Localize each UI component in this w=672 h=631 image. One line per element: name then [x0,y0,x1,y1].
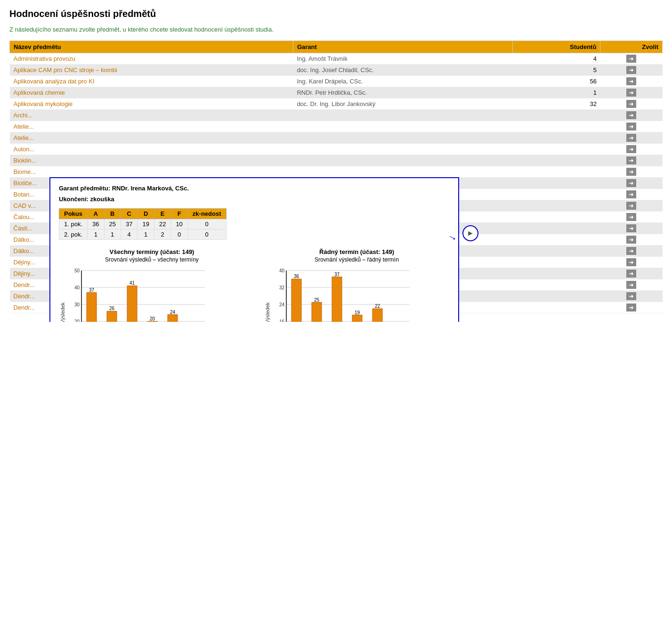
grades-data-cell: 37 [121,219,137,229]
zvolit-cell[interactable]: ➜ [600,234,663,246]
zvolit-cell[interactable]: ➜ [600,268,663,279]
zvolit-button[interactable]: ➜ [626,100,636,108]
zvolit-button[interactable]: ➜ [626,303,636,311]
zvolit-button[interactable]: ➜ [626,292,636,300]
svg-rect-54 [332,277,342,322]
zvolit-cell[interactable]: ➜ [600,166,663,178]
highlighted-arrow-circle: ► [462,225,478,241]
col-header-garant: Garant [293,41,512,53]
subject-cell: Bioklin... [10,155,293,166]
svg-text:37: 37 [334,272,340,277]
zvolit-cell[interactable]: ➜ [600,291,663,302]
zvolit-button[interactable]: ➜ [626,55,636,63]
grades-data-cell: 36 [88,219,104,229]
popup-ukonceni: Ukončení: zkouška [59,196,450,203]
zvolit-button[interactable]: ➜ [626,145,636,153]
zvolit-cell[interactable]: ➜ [600,223,663,234]
zvolit-button[interactable]: ➜ [626,281,636,289]
zvolit-cell[interactable]: ➜ [600,87,663,98]
students-cell [512,110,600,121]
zvolit-button[interactable]: ➜ [626,179,636,187]
zvolit-button[interactable]: ➜ [626,89,636,97]
chart1-svg: 01020304050VýsledekHodnocení37A26B41C20D… [59,266,210,322]
zvolit-cell[interactable]: ➜ [600,65,663,76]
col-header-subject: Název předmětu [10,41,293,53]
zvolit-cell[interactable]: ➜ [600,155,663,166]
grades-table: PokusABCDEFzk-nedost 1. pok.362537192210… [59,208,227,240]
zvolit-button[interactable]: ➜ [626,247,636,255]
students-cell [512,189,600,200]
zvolit-cell[interactable]: ➜ [600,110,663,121]
zvolit-cell[interactable]: ➜ [600,189,663,200]
zvolit-cell[interactable]: ➜ [600,53,663,65]
zvolit-cell[interactable]: ➜ [600,121,663,132]
zvolit-cell[interactable]: ➜ [600,144,663,155]
zvolit-button[interactable]: ➜ [626,111,636,119]
zvolit-button[interactable]: ➜ [626,258,636,266]
students-cell: 56 [512,76,600,87]
ukonceni-value: zkouška [90,196,114,203]
zvolit-button[interactable]: ➜ [626,77,636,85]
chart1-title: Všechny termíny (účast: 149) [59,248,245,255]
zvolit-cell[interactable]: ➜ [600,200,663,212]
zvolit-button[interactable]: ➜ [626,168,636,176]
zvolit-cell[interactable]: ➜ [600,212,663,223]
zvolit-button[interactable]: ➜ [626,224,636,232]
zvolit-button[interactable]: ➜ [626,213,636,221]
zvolit-button[interactable]: ➜ [626,134,636,142]
garant-cell: RNDr. Petr Hrdlička, CSc. [293,87,512,98]
garant-cell: Ing. Amošt Trávník [293,53,512,65]
zvolit-cell[interactable]: ➜ [600,98,663,110]
zvolit-button[interactable]: ➜ [626,202,636,210]
chart1-subtitle: Srovnání výsledků – všechny termíny [59,256,245,263]
svg-text:24: 24 [170,310,176,315]
subject-cell: Atelie... [10,121,293,132]
zvolit-button[interactable]: ➜ [626,236,636,244]
svg-text:24: 24 [279,302,285,307]
zvolit-cell[interactable]: ➜ [600,178,663,189]
students-cell [512,178,600,189]
svg-rect-60 [372,309,382,322]
intro-text: Z následujícího seznamu zvolte předmět, … [9,26,663,33]
students-cell: 32 [512,98,600,110]
chart2-svg: 0816243240VýsledekHodnocení36A25B37C19D2… [264,266,414,322]
students-cell [512,121,600,132]
zvolit-button[interactable]: ➜ [626,66,636,74]
garant-cell: Ing. Karel Drápela, CSc. [293,76,512,87]
svg-text:36: 36 [294,274,300,279]
garant-cell [293,166,512,178]
zvolit-button[interactable]: ➜ [626,190,636,198]
col-header-zvolit: Zvolit [600,41,663,53]
students-cell [512,291,600,302]
svg-text:40: 40 [279,268,285,273]
svg-text:22: 22 [375,303,381,309]
svg-rect-23 [147,321,157,322]
students-cell [512,257,600,268]
zvolit-cell[interactable]: ➜ [600,257,663,268]
zvolit-cell[interactable]: ➜ [600,76,663,87]
grades-data-cell: 1 [88,229,104,240]
svg-text:40: 40 [74,285,80,290]
grades-data-cell: 0 [187,219,226,229]
svg-text:25: 25 [314,297,320,303]
students-cell [512,246,600,257]
chart2-title: Řádný termín (účast: 149) [264,248,450,255]
grades-data-cell: 22 [154,219,170,229]
grades-data-cell: 1 [138,229,154,240]
zvolit-button[interactable]: ➜ [626,156,636,164]
zvolit-button[interactable]: ➜ [626,270,636,278]
zvolit-cell[interactable]: ➜ [600,279,663,291]
grades-data-cell: 1 [104,229,121,240]
students-cell: 1 [512,87,600,98]
zvolit-button[interactable]: ➜ [626,123,636,131]
grades-header-cell: A [88,209,104,219]
chart2-section: Řádný termín (účast: 149) Srovnání výsle… [264,248,450,322]
grades-data-cell: 19 [138,219,154,229]
zvolit-cell[interactable]: ➜ [600,132,663,144]
zvolit-cell[interactable]: ➜ [600,246,663,257]
zvolit-cell[interactable]: ➜ [600,302,663,313]
svg-text:20: 20 [74,319,80,322]
students-cell: 5 [512,65,600,76]
subject-cell: Archi... [10,110,293,121]
students-cell [512,268,600,279]
